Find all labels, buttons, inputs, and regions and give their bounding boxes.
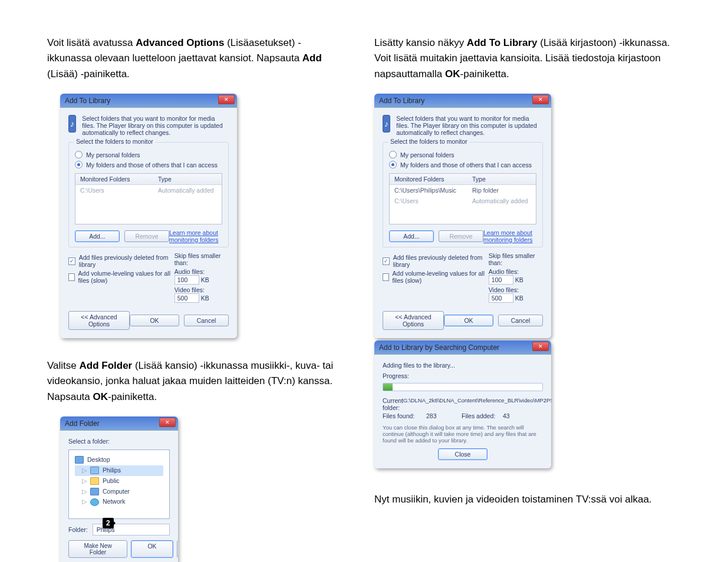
desc: Select folders that you want to monitor … <box>396 115 543 136</box>
label: Folder: <box>68 526 88 533</box>
cell: C:\Users <box>390 196 467 206</box>
para-r1: Lisätty kansio näkyy Add To Library (Lis… <box>374 35 672 82</box>
cell: Rip folder <box>467 185 536 196</box>
label: My folders and those of others that I ca… <box>86 161 218 168</box>
label: Adding files to the library... <box>383 362 543 369</box>
audio-input[interactable]: 100 <box>489 275 513 285</box>
cancel-button[interactable]: Cancel <box>184 315 229 326</box>
titlebar: Add To Library ✕ <box>374 94 551 108</box>
callout-2: 2 <box>103 518 114 528</box>
text: -painiketta. <box>460 68 509 80</box>
chk-deleted[interactable]: Add files previously deleted from librar… <box>383 254 489 268</box>
left-column: Voit lisätä avatussa Advanced Options (L… <box>47 35 345 562</box>
cell: Automatically added <box>467 196 536 206</box>
close-icon[interactable]: ✕ <box>218 95 235 104</box>
remove-button[interactable]: Remove <box>124 230 169 242</box>
label: Video files: <box>174 286 209 293</box>
ok-button[interactable]: OK <box>444 315 493 326</box>
network-icon <box>90 498 99 506</box>
cancel-button[interactable]: Cancel <box>498 315 543 326</box>
group: Select the folders to monitor My persona… <box>383 142 543 247</box>
video-input[interactable]: 500 <box>174 293 199 303</box>
text: -painiketta. <box>108 391 157 402</box>
label: My personal folders <box>400 151 454 158</box>
radio-others[interactable]: My folders and those of others that I ca… <box>75 161 222 168</box>
advanced-button[interactable]: << Advanced Options <box>68 311 130 330</box>
library-icon: ♪ <box>68 115 76 133</box>
label: Video files: <box>489 286 523 293</box>
label: Progress: <box>383 372 543 379</box>
title: Add To Library <box>65 97 110 105</box>
titlebar: Add To Library ✕ <box>60 94 237 108</box>
right-column: Lisätty kansio näkyy Add To Library (Lis… <box>374 35 672 562</box>
folder-list[interactable]: Monitored FoldersType C:\Users\Philips\M… <box>389 173 536 224</box>
text: Valitse <box>47 360 80 371</box>
label: Audio files: <box>174 268 209 275</box>
cell: Automatically added <box>153 185 222 196</box>
chk-deleted[interactable]: Add files previously deleted from librar… <box>68 254 174 268</box>
text: Lisätty kansio näkyy <box>374 37 467 48</box>
text: (Lisää) -painiketta. <box>47 68 130 80</box>
label: Add volume-leveling values for all files… <box>393 270 489 284</box>
para-1: Voit lisätä avatussa Advanced Options (L… <box>47 35 345 82</box>
skip-label: Skip files smaller than: <box>489 252 543 266</box>
radio-personal[interactable]: My personal folders <box>389 151 536 158</box>
make-folder-button[interactable]: Make New Folder <box>68 540 127 558</box>
unit: KB <box>201 295 209 302</box>
radio-others[interactable]: My folders and those of others that I ca… <box>389 161 536 168</box>
label: Files found: <box>383 412 426 419</box>
folder-tree[interactable]: Desktop ▷Philips ▷Public ▷Computer ▷Netw… <box>68 449 170 519</box>
close-button[interactable]: Close <box>438 448 487 460</box>
titlebar: Add Folder ✕ <box>60 416 178 431</box>
bold: Add <box>302 52 322 64</box>
folder-icon <box>90 477 99 485</box>
computer-icon <box>90 488 99 495</box>
col: Type <box>467 174 536 184</box>
audio-input[interactable]: 100 <box>174 275 199 285</box>
item: Computer <box>103 487 130 497</box>
remove-button[interactable]: Remove <box>439 230 483 242</box>
dialog-add-to-library-1: Add To Library ✕ ♪ Select folders that y… <box>60 94 237 338</box>
label: My personal folders <box>86 151 140 158</box>
close-icon[interactable]: ✕ <box>159 418 176 427</box>
item: Network <box>103 497 126 507</box>
add-button[interactable]: Add... <box>75 230 120 242</box>
learn-link[interactable]: Learn more about monitoring folders <box>169 229 222 243</box>
label: Audio files: <box>489 268 523 275</box>
add-button[interactable]: Add... <box>389 230 434 242</box>
radio-personal[interactable]: My personal folders <box>75 151 222 158</box>
label: My folders and those of others that I ca… <box>400 161 532 168</box>
ok-button[interactable]: OK <box>130 315 179 326</box>
close-icon[interactable]: ✕ <box>532 95 549 104</box>
bold: Add To Library <box>467 37 538 48</box>
para-r2: Nyt musiikin, kuvien ja videoiden toista… <box>374 492 672 507</box>
video-input[interactable]: 500 <box>489 293 513 303</box>
folder-list[interactable]: Monitored FoldersType C:\UsersAutomatica… <box>75 173 222 224</box>
unit: KB <box>515 295 523 302</box>
title: Add Folder <box>65 419 100 428</box>
unit: KB <box>201 276 209 283</box>
label: Select a folder: <box>68 438 170 445</box>
label: Add files previously deleted from librar… <box>79 254 174 268</box>
folder-icon <box>90 467 99 474</box>
progress-bar <box>383 383 543 391</box>
chk-volume[interactable]: Add volume-leveling values for all files… <box>68 270 174 284</box>
label: Add volume-leveling values for all files… <box>78 270 174 284</box>
col: Monitored Folders <box>75 174 153 184</box>
item: Philips <box>103 465 121 476</box>
advanced-button[interactable]: << Advanced Options <box>383 311 444 330</box>
ok-button[interactable]: OK <box>131 540 173 558</box>
chk-volume[interactable]: Add volume-leveling values for all files… <box>383 270 489 284</box>
text: Voit lisätä avatussa <box>47 37 136 48</box>
title: Add to Library by Searching Computer <box>379 343 499 352</box>
close-icon[interactable]: ✕ <box>532 342 549 351</box>
library-icon: ♪ <box>383 115 390 133</box>
skip-label: Skip files smaller than: <box>174 252 229 266</box>
learn-link[interactable]: Learn more about monitoring folders <box>483 229 536 243</box>
item: Public <box>103 476 120 487</box>
desc: Select folders that you want to monitor … <box>82 115 229 136</box>
legend: Select the folders to monitor <box>388 138 470 145</box>
group: Select the folders to monitor My persona… <box>68 142 229 247</box>
cancel-button[interactable]: Cancel <box>177 540 178 558</box>
value: 43 <box>503 412 510 419</box>
